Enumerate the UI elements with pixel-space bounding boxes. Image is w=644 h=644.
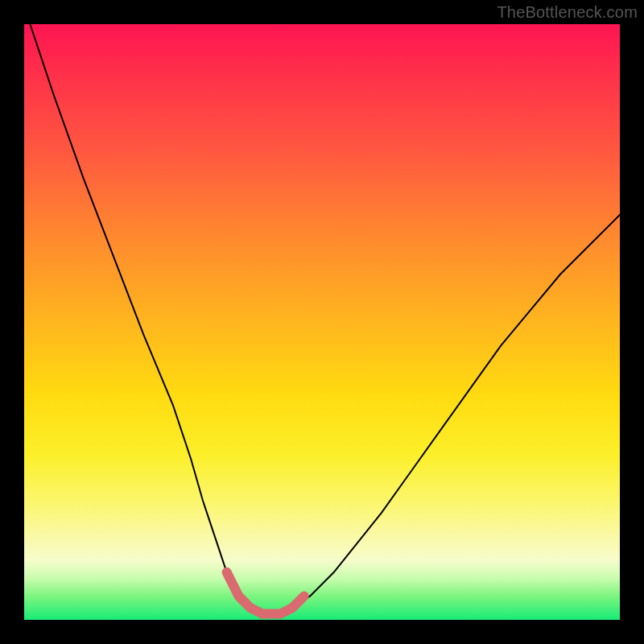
watermark-text: TheBottleneck.com xyxy=(497,3,638,22)
chart-svg xyxy=(24,24,620,620)
optimal-zone-highlight xyxy=(227,572,304,614)
bottleneck-curve xyxy=(30,24,620,614)
chart-frame: TheBottleneck.com xyxy=(0,0,644,644)
chart-plot-area xyxy=(24,24,620,620)
